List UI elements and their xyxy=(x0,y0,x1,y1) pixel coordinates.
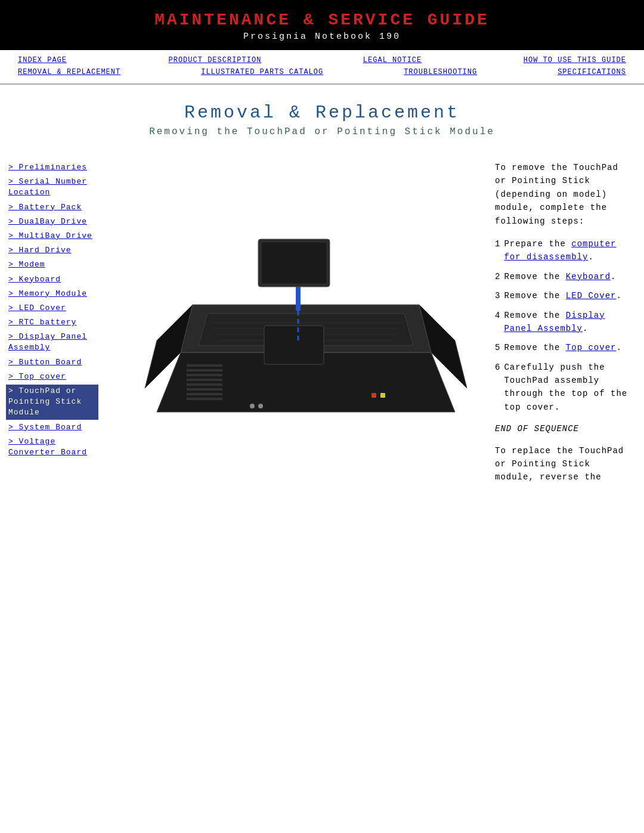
sidebar-item-9[interactable]: > LED Cover xyxy=(6,302,98,315)
step-4: 4 Remove the Display Panel Assembly. xyxy=(495,309,632,336)
svg-rect-12 xyxy=(187,374,222,376)
svg-rect-13 xyxy=(187,379,222,381)
header: MAINTENANCE & SERVICE GUIDE Prosignia No… xyxy=(0,0,644,50)
svg-rect-15 xyxy=(187,388,222,391)
center-content xyxy=(98,155,489,490)
svg-rect-9 xyxy=(264,326,324,364)
steps-list: 1 Prepare the computer for disassembly. … xyxy=(495,237,632,414)
sidebar-item-3[interactable]: > DualBay Drive xyxy=(6,215,98,228)
sidebar-item-6[interactable]: > Modem xyxy=(6,258,98,271)
sidebar-item-2[interactable]: > Battery Pack xyxy=(6,201,98,214)
svg-rect-14 xyxy=(187,383,222,386)
right-intro: To remove the TouchPad or Pointing Stick… xyxy=(495,161,632,228)
sidebar-item-13[interactable]: > Top cover xyxy=(6,370,98,383)
header-title: MAINTENANCE & SERVICE GUIDE xyxy=(12,11,632,29)
step-2: 2 Remove the Keyboard. xyxy=(495,270,632,283)
nav-removal-replacement[interactable]: REMOVAL & REPLACEMENT xyxy=(18,68,120,76)
step-1-link[interactable]: computer for disassembly xyxy=(504,239,616,262)
step-1: 1 Prepare the computer for disassembly. xyxy=(495,237,632,264)
sidebar-item-14[interactable]: > TouchPad or Pointing Stick Module xyxy=(6,385,98,420)
sidebar-item-8[interactable]: > Memory Module xyxy=(6,287,98,301)
page-subtitle: Removing the TouchPad or Pointing Stick … xyxy=(12,126,632,137)
nav-product-description[interactable]: PRODUCT DESCRIPTION xyxy=(169,56,262,64)
nav-row-1: INDEX PAGE PRODUCT DESCRIPTION LEGAL NOT… xyxy=(18,56,626,64)
step-2-link[interactable]: Keyboard xyxy=(566,272,611,281)
header-subtitle: Prosignia Notebook 190 xyxy=(12,32,632,42)
sidebar-item-16[interactable]: > Voltage Converter Board xyxy=(6,435,98,459)
navigation: INDEX PAGE PRODUCT DESCRIPTION LEGAL NOT… xyxy=(0,50,644,85)
nav-row-2: REMOVAL & REPLACEMENT ILLUSTRATED PARTS … xyxy=(18,68,626,76)
nav-index-page[interactable]: INDEX PAGE xyxy=(18,56,67,64)
page-title-area: Removal & Replacement Removing the Touch… xyxy=(0,85,644,143)
sidebar-item-0[interactable]: > Preliminaries xyxy=(6,161,98,174)
sidebar-item-11[interactable]: > Display Panel Assembly xyxy=(6,330,98,354)
step-5-link[interactable]: Top cover xyxy=(566,343,617,352)
svg-rect-18 xyxy=(371,393,376,398)
svg-point-21 xyxy=(258,404,263,408)
step-4-link[interactable]: Display Panel Assembly xyxy=(504,311,605,333)
sidebar-item-7[interactable]: > Keyboard xyxy=(6,273,98,286)
sidebar: > Preliminaries> Serial Number Location>… xyxy=(0,155,98,490)
replace-text: To replace the TouchPad or Pointing Stic… xyxy=(495,444,632,484)
nav-legal-notice[interactable]: LEGAL NOTICE xyxy=(363,56,422,64)
svg-rect-19 xyxy=(380,393,385,398)
nav-specifications[interactable]: SPECIFICATIONS xyxy=(558,68,626,76)
sidebar-item-4[interactable]: > MultiBay Drive xyxy=(6,230,98,243)
step-5: 5 Remove the Top cover. xyxy=(495,341,632,354)
svg-rect-10 xyxy=(187,364,222,367)
svg-rect-16 xyxy=(187,393,222,395)
main-layout: > Preliminaries> Serial Number Location>… xyxy=(0,143,644,502)
svg-rect-17 xyxy=(187,398,222,400)
svg-rect-26 xyxy=(261,242,327,284)
step-3-link[interactable]: LED Cover xyxy=(566,291,617,301)
page-title: Removal & Replacement xyxy=(12,103,632,123)
step-6: 6 Carefully push the TouchPad assembly t… xyxy=(495,361,632,414)
sidebar-item-1[interactable]: > Serial Number Location xyxy=(6,175,98,199)
right-content: To remove the TouchPad or Pointing Stick… xyxy=(489,155,644,490)
sidebar-item-15[interactable]: > System Board xyxy=(6,421,98,434)
nav-how-to-use[interactable]: HOW TO USE THIS GUIDE xyxy=(524,56,626,64)
step-3: 3 Remove the LED Cover. xyxy=(495,289,632,302)
nav-illustrated-parts[interactable]: ILLUSTRATED PARTS CATALOG xyxy=(201,68,323,76)
svg-rect-11 xyxy=(187,369,222,371)
sidebar-item-12[interactable]: > Button Board xyxy=(6,356,98,369)
nav-troubleshooting[interactable]: TROUBLESHOOTING xyxy=(404,68,477,76)
sidebar-item-10[interactable]: > RTC battery xyxy=(6,316,98,329)
laptop-illustration xyxy=(121,209,467,436)
svg-point-20 xyxy=(250,404,255,408)
end-sequence: END OF SEQUENCE xyxy=(495,422,632,435)
sidebar-item-5[interactable]: > Hard Drive xyxy=(6,244,98,257)
